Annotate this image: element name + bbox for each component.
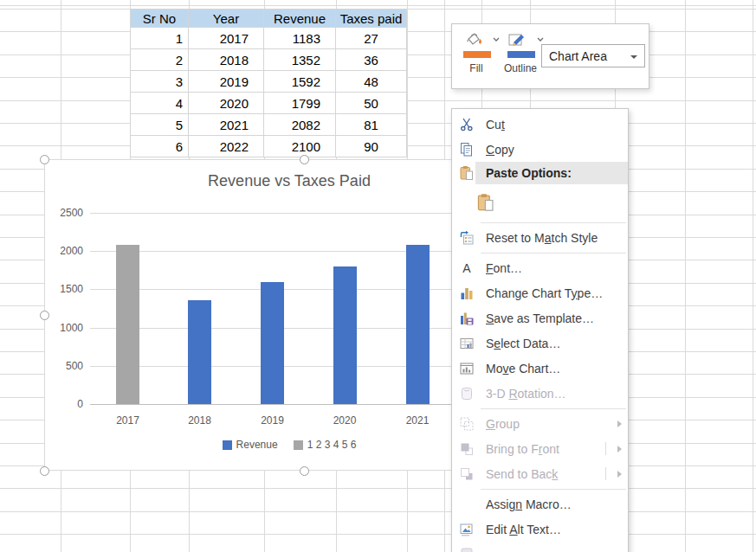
data-cell[interactable]: 1592 <box>264 71 336 93</box>
selection-handle-top-left[interactable] <box>40 155 49 164</box>
copy-icon <box>459 142 475 157</box>
selection-handle-middle-left[interactable] <box>40 311 49 320</box>
context-menu: CutCopyPaste Options:Reset to Match Styl… <box>451 108 629 552</box>
fill-bucket-icon <box>462 29 485 52</box>
data-cell[interactable]: 5 <box>130 114 189 136</box>
fill-color-swatch[interactable] <box>463 51 491 58</box>
submenu-arrow-icon <box>617 471 622 478</box>
menu-item-edit-alt-text[interactable]: Edit Alt Text… <box>452 517 628 542</box>
rotation-3d-icon <box>459 386 475 401</box>
submenu-divider <box>605 467 606 480</box>
selection-handle-bottom-left[interactable] <box>40 466 49 476</box>
save-template-icon <box>459 311 475 326</box>
reset-style-icon <box>459 230 475 246</box>
header-cell[interactable]: Sr No <box>130 9 189 28</box>
bar-revenue-2018[interactable] <box>188 300 211 404</box>
chevron-down-icon[interactable] <box>492 36 501 42</box>
menu-item-group: Group <box>452 411 628 436</box>
menu-item-font[interactable]: AFont… <box>452 255 628 280</box>
menu-item-label: 3-D Rotation… <box>486 387 628 401</box>
menu-item-label: Assign Macro… <box>486 497 628 511</box>
data-cell[interactable]: 36 <box>336 49 407 71</box>
menu-item-save-as-template[interactable]: Save as Template… <box>452 305 628 331</box>
legend-item-revenue[interactable]: Revenue <box>223 439 278 451</box>
data-cell[interactable]: 1352 <box>264 49 336 71</box>
menu-item-reset-to-match-style[interactable]: Reset to Match Style <box>452 225 628 250</box>
menu-item-paste-keep-formatting[interactable] <box>452 184 628 220</box>
y-axis-label: 1500 <box>48 282 83 296</box>
menu-item-move-chart[interactable]: Move Chart… <box>452 356 628 381</box>
alt-text-icon <box>459 522 475 537</box>
menu-item-bring-to-front: Bring to Front <box>452 436 628 461</box>
data-cell[interactable]: 27 <box>336 28 407 49</box>
submenu-divider <box>605 442 606 455</box>
data-cell[interactable]: 3 <box>130 71 189 93</box>
data-cell[interactable]: 2018 <box>189 49 264 71</box>
menu-item-assign-macro[interactable]: Assign Macro… <box>452 491 628 517</box>
legend-label: Revenue <box>236 439 278 451</box>
bar-revenue-2021[interactable] <box>406 245 430 404</box>
chart-type-icon <box>459 286 475 301</box>
data-cell[interactable]: 2 <box>130 49 189 71</box>
x-axis-label: 2017 <box>102 414 154 427</box>
partial-icon <box>459 547 475 552</box>
data-cell[interactable]: 90 <box>336 136 407 157</box>
dropdown-arrow-icon[interactable] <box>630 55 637 59</box>
paste-icon <box>476 192 495 213</box>
header-cell[interactable]: Year <box>189 9 264 28</box>
data-cell[interactable]: 48 <box>336 71 407 93</box>
data-cell[interactable]: 1 <box>130 28 189 49</box>
submenu-arrow-icon <box>617 420 622 427</box>
x-axis-label: 2021 <box>391 414 443 427</box>
bar-revenue-2019[interactable] <box>261 282 284 404</box>
data-cell[interactable]: 1183 <box>264 28 336 49</box>
data-cell[interactable]: 4 <box>130 93 189 114</box>
data-cell[interactable]: 2019 <box>189 71 264 93</box>
menu-item-change-chart-type[interactable]: Change Chart Type… <box>452 280 628 305</box>
data-cell[interactable]: 2017 <box>189 28 264 49</box>
table-row: 52021208281 <box>130 114 407 136</box>
outline-color-swatch[interactable] <box>507 51 535 58</box>
y-axis-label: 500 <box>48 359 83 373</box>
bring-front-icon <box>459 441 475 457</box>
menu-item-label: Edit Alt Text… <box>486 523 628 536</box>
submenu-arrow-icon <box>617 446 622 453</box>
chevron-down-icon[interactable] <box>536 36 545 42</box>
y-axis-label: 1000 <box>48 321 83 335</box>
svg-text:A: A <box>462 260 471 274</box>
menu-item-cut[interactable]: Cut <box>452 112 628 137</box>
y-axis-label: 2000 <box>48 244 83 258</box>
data-cell[interactable]: 2020 <box>189 93 264 114</box>
data-cell[interactable]: 81 <box>336 114 407 136</box>
bar-1-2-3-4-5-6-2017[interactable] <box>116 245 139 404</box>
data-cell[interactable]: 6 <box>130 136 189 157</box>
legend-item-1-2-3-4-5-6[interactable]: 1 2 3 4 5 6 <box>294 439 357 451</box>
selection-handle-bottom-middle[interactable] <box>300 466 309 476</box>
menu-item-label: Reset to Match Style <box>486 231 628 245</box>
data-cell[interactable]: 50 <box>336 93 407 114</box>
data-cell[interactable]: 2082 <box>264 114 336 136</box>
menu-item-paste-options[interactable]: Paste Options: <box>452 162 628 184</box>
bar-revenue-2020[interactable] <box>333 266 357 404</box>
data-cell[interactable]: 1799 <box>264 93 336 114</box>
menu-item-label: Font… <box>486 261 628 275</box>
data-cell[interactable]: 2100 <box>264 136 336 157</box>
menu-item-partial-item[interactable] <box>452 542 628 552</box>
table-row: 22018135236 <box>130 49 407 71</box>
menu-item-label: Group <box>486 417 628 431</box>
move-chart-icon <box>459 361 475 376</box>
menu-item-send-to-back: Send to Back <box>452 461 628 486</box>
header-cell[interactable]: Taxes paid <box>336 9 407 28</box>
data-table: Sr NoYearRevenueTaxes paid12017118327220… <box>130 9 407 157</box>
legend-swatch <box>294 440 303 450</box>
outline-label[interactable]: Outline <box>494 62 546 74</box>
menu-item-select-data[interactable]: Select Data… <box>452 331 628 356</box>
header-cell[interactable]: Revenue <box>264 9 336 28</box>
menu-item-copy[interactable]: Copy <box>452 137 628 162</box>
chart-element-selector[interactable]: Chart Area <box>541 44 645 67</box>
font-icon: A <box>459 260 475 276</box>
y-axis-label: 0 <box>48 397 83 411</box>
data-cell[interactable]: 2021 <box>189 114 264 136</box>
selection-handle-top-middle[interactable] <box>300 155 309 164</box>
data-cell[interactable]: 2022 <box>189 136 264 157</box>
